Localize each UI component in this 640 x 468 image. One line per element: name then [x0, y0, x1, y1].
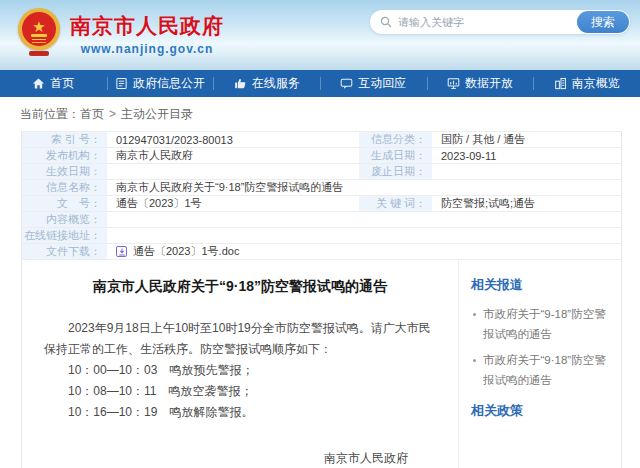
meta-label-publisher: 发布机构：	[22, 148, 107, 164]
nav-item-label: 南京概览	[572, 75, 620, 92]
nav-item-online-service[interactable]: 在线服务	[213, 70, 320, 97]
site-title: 南京市人民政府	[70, 12, 224, 40]
siren-schedule-line: 10：08—10：11 鸣放空袭警报；	[44, 381, 436, 402]
meta-label-link: 在线链接地址：	[22, 228, 107, 244]
related-policy-heading[interactable]: 相关政策	[471, 402, 613, 420]
nav-item-interaction[interactable]: 互动回应	[320, 70, 427, 97]
meta-value-expire	[432, 164, 621, 180]
meta-value-summary	[107, 212, 621, 228]
download-icon	[116, 246, 127, 257]
meta-value-created: 2023-09-11	[432, 148, 621, 164]
breadcrumb-separator: >	[109, 107, 116, 121]
download-file-link[interactable]: 通告〔2023〕1号.doc	[133, 244, 239, 259]
meta-value-category: 国防 / 其他 / 通告	[432, 132, 621, 148]
brand-text: 南京市人民政府 www.nanjing.gov.cn	[70, 6, 224, 56]
nav-item-label: 数据开放	[465, 75, 513, 92]
breadcrumb-home-link[interactable]: 首页	[80, 107, 104, 121]
related-news-item-text: 市政府关于“9·18”防空警报试鸣的通告	[483, 350, 613, 390]
meta-value-effective	[107, 164, 359, 180]
article-signature-block: 南京市人民政府 2023年9月11日	[44, 449, 436, 468]
meta-label-index: 索 引 号：	[22, 132, 107, 148]
nav-item-label: 在线服务	[252, 75, 300, 92]
nav-item-home[interactable]: 首页	[0, 70, 107, 97]
content-container: 索 引 号： 012947031/2023-80013 信息分类： 国防 / 其…	[21, 131, 622, 468]
nav-item-label: 互动回应	[358, 75, 406, 92]
meta-value-keyword: 防空警报;试鸣;通告	[432, 196, 621, 212]
breadcrumb-prefix: 当前位置：	[20, 107, 80, 121]
nav-item-gov-info[interactable]: 政府信息公开	[107, 70, 214, 97]
meta-value-name: 南京市人民政府关于“9·18”防空警报试鸣的通告	[107, 180, 621, 196]
sidebar: 相关报道 市政府关于“9-18”防空警报试鸣的通告 市政府关于“9·18”防空警…	[459, 260, 621, 468]
siren-schedule-line: 10：00—10：03 鸣放预先警报；	[44, 360, 436, 381]
meta-label-download: 文件下载：	[22, 244, 107, 260]
search-icon	[380, 16, 392, 28]
bullet-dot-icon	[473, 313, 476, 316]
info-folder-icon	[115, 77, 128, 90]
siren-schedule-line: 10：16—10：19 鸣放解除警报。	[44, 402, 436, 423]
meta-label-expire: 废止日期：	[359, 164, 432, 180]
nav-item-overview[interactable]: 南京概览	[533, 70, 640, 97]
related-news-item[interactable]: 市政府关于“9·18”防空警报试鸣的通告	[471, 350, 613, 390]
data-monitor-icon	[447, 77, 460, 90]
meta-value-link	[107, 228, 621, 244]
breadcrumb-current: 主动公开目录	[121, 107, 193, 121]
main-nav: 首页 政府信息公开 在线服务 互动回应 数据	[0, 70, 640, 97]
article-paragraph: 2023年9月18日上午10时至10时19分全市防空警报试鸣。请广大市民保持正常…	[44, 318, 436, 360]
related-news-list: 市政府关于“9-18”防空警报试鸣的通告 市政府关于“9·18”防空警报试鸣的通…	[471, 304, 613, 390]
site-url: www.nanjing.gov.cn	[70, 42, 224, 56]
city-building-icon	[554, 77, 567, 90]
related-news-item-text: 市政府关于“9-18”防空警报试鸣的通告	[483, 304, 613, 344]
related-news-item[interactable]: 市政府关于“9-18”防空警报试鸣的通告	[471, 304, 613, 344]
article: 南京市人民政府关于“9·18”防空警报试鸣的通告 2023年9月18日上午10时…	[22, 260, 459, 468]
content-columns: 南京市人民政府关于“9·18”防空警报试鸣的通告 2023年9月18日上午10时…	[22, 260, 621, 468]
meta-label-category: 信息分类：	[359, 132, 432, 148]
chat-bubble-icon	[340, 77, 353, 90]
site-brand[interactable]: ★ 南京市人民政府 www.nanjing.gov.cn	[16, 6, 224, 56]
search-bar: 搜索	[370, 10, 630, 34]
meta-value-index: 012947031/2023-80013	[107, 132, 359, 148]
search-button[interactable]: 搜索	[577, 11, 629, 33]
site-header: ★ 南京市人民政府 www.nanjing.gov.cn 搜索	[0, 0, 640, 70]
file-download-cell: 通告〔2023〕1号.doc	[107, 244, 621, 260]
nav-item-label: 首页	[50, 75, 74, 92]
home-icon	[32, 77, 45, 90]
nav-item-label: 政府信息公开	[133, 75, 205, 92]
meta-value-docnum: 通告〔2023〕1号	[107, 196, 359, 212]
thumbs-up-icon	[234, 77, 247, 90]
nav-item-open-data[interactable]: 数据开放	[427, 70, 534, 97]
bullet-dot-icon	[473, 359, 476, 362]
breadcrumb: 当前位置：首页>主动公开目录	[0, 97, 640, 131]
meta-label-created: 生成日期：	[359, 148, 432, 164]
article-title: 南京市人民政府关于“9·18”防空警报试鸣的通告	[44, 278, 436, 296]
related-news-heading[interactable]: 相关报道	[471, 276, 613, 294]
meta-label-name: 信息名称：	[22, 180, 107, 196]
document-meta-table: 索 引 号： 012947031/2023-80013 信息分类： 国防 / 其…	[22, 131, 621, 260]
meta-label-effective: 生效日期：	[22, 164, 107, 180]
national-emblem-icon: ★	[16, 6, 62, 56]
meta-value-publisher: 南京市人民政府	[107, 148, 359, 164]
meta-label-keyword: 关 键 词：	[359, 196, 432, 212]
search-input[interactable]	[392, 16, 577, 28]
signature-org: 南京市人民政府	[44, 449, 408, 468]
meta-label-docnum: 文 号：	[22, 196, 107, 212]
meta-label-summary: 内容概览：	[22, 212, 107, 228]
